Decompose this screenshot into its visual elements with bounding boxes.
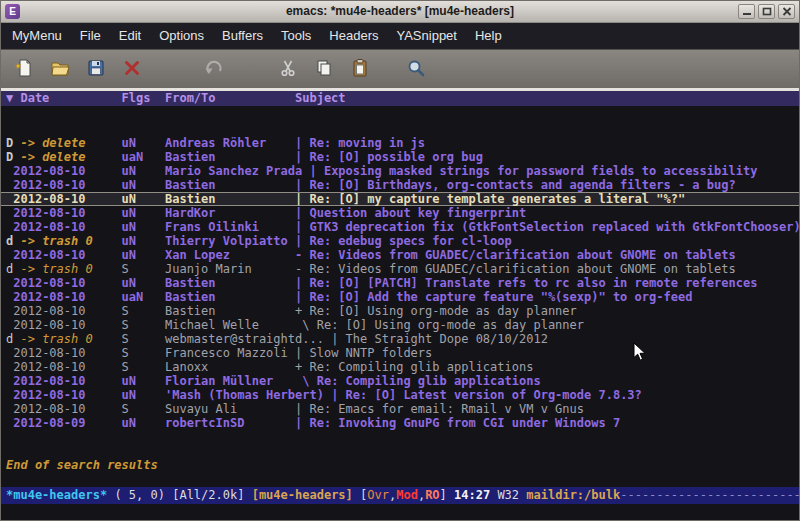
- from-cell: webmaster@straightd...: [165, 332, 331, 346]
- message-row[interactable]: 2012-08-10 S Suvayu Ali | Re: Emacs for …: [1, 402, 799, 416]
- mark-label: -> trash 0: [13, 332, 121, 346]
- date-cell: 2012-08-10: [13, 220, 121, 234]
- message-row[interactable]: 2012-08-10 uaN Bastien | Re: [O] Add the…: [1, 290, 799, 304]
- save-button[interactable]: [83, 56, 109, 82]
- message-row[interactable]: D -> delete uN Andreas Röhler | Re: movi…: [1, 136, 799, 150]
- flags-cell: uN: [122, 234, 165, 248]
- from-cell: Bastien: [165, 290, 295, 304]
- from-cell: Mario Sanchez Prada: [165, 164, 310, 178]
- close-button[interactable]: [778, 4, 795, 19]
- message-row[interactable]: 2012-08-10 uN Frans Oilinki | GTK3 depre…: [1, 220, 799, 234]
- message-row[interactable]: d -> trash 0 S webmaster@straightd... | …: [1, 332, 799, 346]
- search-button[interactable]: [403, 56, 429, 82]
- modeline-segment: [All/2.0k]: [172, 488, 251, 502]
- date-cell: 2012-08-10: [13, 388, 121, 402]
- flags-cell: uN: [122, 388, 165, 402]
- cut-button[interactable]: [275, 56, 301, 82]
- menu-item-options[interactable]: Options: [150, 23, 213, 49]
- column-header-from[interactable]: From/To: [165, 91, 295, 105]
- kill-buffer-button[interactable]: [119, 56, 145, 82]
- from-cell: Bastien: [165, 150, 295, 164]
- from-cell: Suvayu Ali: [165, 402, 295, 416]
- end-of-results-message: End of search results: [1, 458, 799, 472]
- date-cell: 2012-08-10: [13, 402, 121, 416]
- from-cell: robertcInSD: [165, 416, 295, 430]
- message-row[interactable]: 2012-08-10 uN HardKor | Question about k…: [1, 206, 799, 220]
- emacs-app-icon: E: [5, 4, 20, 19]
- new-file-icon: [14, 58, 34, 81]
- subject-cell: | Re: [O] Add the capture feature "%(sex…: [295, 290, 692, 304]
- column-header-subject[interactable]: Subject: [295, 91, 346, 105]
- modeline-segment: 14:27: [454, 488, 497, 502]
- flags-cell: S: [122, 262, 165, 276]
- menu-item-buffers[interactable]: Buffers: [213, 23, 272, 49]
- from-cell: Juanjo Marin: [165, 262, 295, 276]
- minimize-button[interactable]: [738, 4, 755, 19]
- date-cell: 2012-08-10: [13, 346, 121, 360]
- from-cell: Thierry Volpiatto: [165, 234, 295, 248]
- menu-item-file[interactable]: File: [71, 23, 110, 49]
- cut-icon: [278, 58, 298, 81]
- from-cell: Lanoxx: [165, 360, 295, 374]
- flags-cell: uN: [122, 136, 165, 150]
- copy-button[interactable]: [311, 56, 337, 82]
- open-file-icon: [50, 58, 70, 81]
- message-row[interactable]: 2012-08-10 uN Xan Lopez - Re: Videos fro…: [1, 248, 799, 262]
- menu-item-edit[interactable]: Edit: [110, 23, 150, 49]
- message-row[interactable]: 2012-08-10 S Lanoxx + Re: Compiling glib…: [1, 360, 799, 374]
- flags-cell: S: [122, 304, 165, 318]
- date-cell: 2012-08-10: [13, 276, 121, 290]
- from-cell: HardKor: [165, 206, 295, 220]
- mode-line[interactable]: *mu4e-headers* ( 5, 0) [All/2.0k] [mu4e-…: [1, 487, 799, 504]
- message-row[interactable]: 2012-08-10 S Bastien + Re: [O] Using org…: [1, 304, 799, 318]
- undo-button[interactable]: [201, 56, 227, 82]
- maximize-button[interactable]: [758, 4, 775, 19]
- column-header-date[interactable]: ▼ Date: [6, 91, 122, 105]
- message-row[interactable]: d -> trash 0 uN Thierry Volpiatto | Re: …: [1, 234, 799, 248]
- message-row[interactable]: 2012-08-10 S Michael Welle \ Re: [O] Usi…: [1, 318, 799, 332]
- flags-cell: uN: [122, 220, 165, 234]
- flags-cell: uN: [122, 178, 165, 192]
- modeline-segment: RO: [425, 488, 439, 502]
- message-row[interactable]: 2012-08-10 uN Florian Müllner \ Re: Comp…: [1, 374, 799, 388]
- modeline-segment: ]: [440, 488, 454, 502]
- menu-bar: MyMenuFileEditOptionsBuffersToolsHeaders…: [1, 23, 799, 49]
- from-cell: Bastien: [165, 178, 295, 192]
- menu-item-help[interactable]: Help: [466, 23, 511, 49]
- message-row[interactable]: 2012-08-10 uN Bastien | Re: [O] Birthday…: [1, 178, 799, 192]
- menu-item-yasnippet[interactable]: YASnippet: [387, 23, 465, 49]
- open-file-button[interactable]: [47, 56, 73, 82]
- modeline-segment: W32: [497, 488, 526, 502]
- tool-bar: [1, 49, 799, 88]
- close-icon: [782, 4, 792, 19]
- message-row[interactable]: 2012-08-10 S Francesco Mazzoli | Slow NN…: [1, 346, 799, 360]
- from-cell: Andreas Röhler: [165, 136, 295, 150]
- minibuffer[interactable]: [1, 504, 799, 520]
- modeline-segment: [mu4e-headers]: [252, 488, 360, 502]
- menu-item-mymenu[interactable]: MyMenu: [3, 23, 71, 49]
- minimize-icon: [742, 4, 752, 19]
- subject-cell: | Re: [O] [PATCH] Translate refs to rc a…: [295, 276, 757, 290]
- subject-cell: | GTK3 deprecation fix (GtkFontSelection…: [295, 220, 799, 234]
- menu-item-headers[interactable]: Headers: [320, 23, 387, 49]
- message-row[interactable]: 2012-08-10 uN Mario Sanchez Prada | Expo…: [1, 164, 799, 178]
- message-row[interactable]: D -> delete uaN Bastien | Re: [O] possib…: [1, 150, 799, 164]
- from-cell: Michael Welle: [165, 318, 295, 332]
- save-icon: [86, 58, 106, 81]
- titlebar[interactable]: E emacs: *mu4e-headers* [mu4e-headers]: [1, 1, 799, 23]
- date-cell: 2012-08-10: [13, 304, 121, 318]
- column-header-flags[interactable]: Flgs: [122, 91, 165, 105]
- flags-cell: uN: [122, 416, 165, 430]
- modeline-segment: maildir:/bulk: [526, 488, 620, 502]
- from-cell: Bastien: [165, 276, 295, 290]
- message-row[interactable]: 2012-08-10 uN Bastien | Re: [O] my captu…: [1, 192, 799, 206]
- message-row[interactable]: 2012-08-09 uN robertcInSD | Re: Invoking…: [1, 416, 799, 430]
- message-row[interactable]: d -> trash 0 S Juanjo Marin - Re: Videos…: [1, 262, 799, 276]
- new-file-button[interactable]: [11, 56, 37, 82]
- date-cell: 2012-08-10: [13, 178, 121, 192]
- search-icon: [406, 58, 426, 81]
- message-row[interactable]: 2012-08-10 uN 'Mash (Thomas Herbert) | R…: [1, 388, 799, 402]
- message-row[interactable]: 2012-08-10 uN Bastien | Re: [O] [PATCH] …: [1, 276, 799, 290]
- menu-item-tools[interactable]: Tools: [272, 23, 320, 49]
- paste-button[interactable]: [347, 56, 373, 82]
